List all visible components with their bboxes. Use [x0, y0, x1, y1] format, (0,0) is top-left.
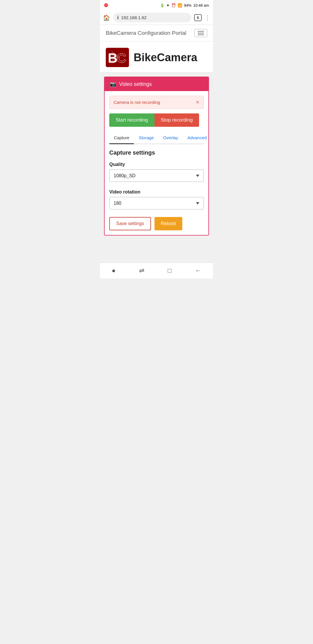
status-left: [104, 3, 108, 7]
card-header: 📷 Video settings: [105, 77, 208, 91]
nav-overview-button[interactable]: □: [168, 267, 171, 274]
settings-tabs: Capture Storage Overlay Advanced: [109, 132, 204, 144]
alert-close-button[interactable]: ✕: [196, 100, 199, 105]
hamburger-line-1: [198, 31, 204, 32]
navbar-brand: BikeCamera Configuration Portal: [106, 30, 186, 36]
navbar: BikeCamera Configuration Portal: [100, 25, 213, 41]
status-right: 🔋 ✦ ⏰ 📶 94% 10:48 am: [160, 3, 209, 8]
bluetooth-icon: ✦: [166, 3, 170, 8]
tab-count[interactable]: 6: [194, 14, 202, 21]
capture-settings-section: Capture settings Quality 1080p_SD 1080p_…: [109, 149, 204, 230]
quality-field: Quality 1080p_SD 1080p_HD 720p_SD 720p_H…: [109, 162, 204, 188]
info-icon: ℹ: [117, 15, 119, 20]
logo-section: B C BikeCamera: [100, 41, 213, 73]
nav-back-button[interactable]: ←: [195, 267, 201, 274]
card-header-title: Video settings: [119, 81, 152, 87]
hamburger-line-3: [198, 35, 204, 35]
wifi-icon: 📶: [178, 3, 182, 8]
reboot-button[interactable]: Reboot: [154, 217, 182, 230]
app-name: BikeCamera: [134, 51, 197, 64]
video-settings-card: 📷 Video settings Camera is not recording…: [104, 77, 209, 236]
hamburger-line-2: [198, 33, 204, 33]
hamburger-button[interactable]: [194, 29, 207, 37]
quality-select[interactable]: 1080p_SD 1080p_HD 720p_SD 720p_HD 480p: [109, 169, 204, 182]
tab-capture[interactable]: Capture: [109, 132, 134, 144]
nav-tabs-button[interactable]: ⇌: [139, 267, 144, 274]
alarm-icon: ⏰: [171, 3, 176, 8]
quality-label: Quality: [109, 162, 204, 167]
url-text: 192.168.1.62: [121, 15, 147, 20]
rotation-label: Video rotation: [109, 189, 204, 195]
recording-alert: Camera is not recording ✕: [109, 96, 204, 109]
save-settings-button[interactable]: Save settings: [109, 217, 151, 230]
camera-icon: 📷: [110, 81, 116, 87]
status-bar: 🔋 ✦ ⏰ 📶 94% 10:48 am: [100, 0, 213, 10]
browser-menu-button[interactable]: ⋮: [205, 14, 210, 21]
tab-storage[interactable]: Storage: [134, 132, 159, 144]
rotation-select[interactable]: 0 90 180 270: [109, 197, 204, 209]
url-bar[interactable]: ℹ 192.168.1.62: [113, 13, 191, 22]
stop-recording-button[interactable]: Stop recording: [154, 113, 199, 127]
tab-overlay[interactable]: Overlay: [159, 132, 183, 144]
tab-advanced[interactable]: Advanced: [183, 132, 209, 144]
alert-message: Camera is not recording: [114, 100, 160, 105]
bottom-nav: ● ⇌ □ ←: [100, 263, 213, 278]
rotation-field: Video rotation 0 90 180 270: [109, 189, 204, 215]
time-display: 10:48 am: [193, 3, 209, 8]
browser-bar: 🏠 ℹ 192.168.1.62 6 ⋮: [100, 10, 213, 25]
home-icon[interactable]: 🏠: [103, 14, 110, 21]
nav-dot-button[interactable]: ●: [112, 267, 115, 274]
bike-camera-logo: B C: [106, 47, 129, 68]
battery-percent: 94%: [184, 3, 192, 8]
notification-dot: [104, 3, 108, 7]
capture-settings-heading: Capture settings: [109, 149, 204, 156]
main-content: 📷 Video settings Camera is not recording…: [100, 73, 213, 263]
start-recording-button[interactable]: Start recording: [109, 113, 154, 127]
card-body: Camera is not recording ✕ Start recordin…: [105, 91, 208, 235]
sim-icon: 🔋: [160, 3, 165, 8]
action-buttons: Save settings Reboot: [109, 217, 204, 230]
recording-buttons: Start recording Stop recording: [109, 113, 204, 127]
